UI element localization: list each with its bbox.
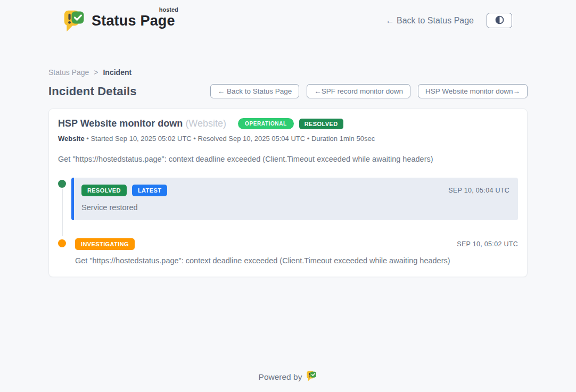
incident-meta: Website • Started Sep 10, 2025 05:02 UTC… (58, 135, 518, 143)
powered-by-label: Powered by (259, 372, 302, 382)
brand-hosted-label: hosted (159, 6, 178, 13)
incident-meta-details: • Started Sep 10, 2025 05:02 UTC • Resol… (85, 135, 375, 143)
incident-timeline: RESOLVED LATEST SEP 10, 05:04 UTC Servic… (58, 178, 518, 265)
half-circle-icon (495, 15, 504, 26)
timeline-timestamp: SEP 10, 05:02 UTC (457, 240, 518, 248)
theme-toggle-button[interactable] (487, 13, 512, 28)
resolved-status-badge: RESOLVED (299, 119, 343, 129)
timeline-entry-resolved: RESOLVED LATEST SEP 10, 05:04 UTC Servic… (58, 178, 518, 220)
statuspage-logo-icon (63, 9, 86, 33)
incident-title: HSP Website monitor down (Website) (58, 118, 226, 129)
page-title: Incident Details (48, 85, 137, 98)
breadcrumb-status-page[interactable]: Status Page (48, 68, 89, 77)
prev-incident-button[interactable]: ←SPF record monitor down (307, 84, 410, 98)
statuspage-footer-logo-icon[interactable] (306, 370, 317, 384)
incident-card: HSP Website monitor down (Website) OPERA… (48, 109, 528, 277)
brand-name: Status Page (92, 13, 175, 29)
main-content: Status Page > Incident Incident Details … (48, 33, 528, 277)
timeline-message: Service restored (81, 203, 509, 212)
next-incident-button[interactable]: HSP Website monitor down→ (418, 84, 528, 98)
back-to-status-page-button[interactable]: ← Back to Status Page (210, 84, 300, 98)
incident-description: Get "https://hostedstatus.page": context… (58, 155, 518, 163)
timeline-timestamp: SEP 10, 05:04 UTC (448, 187, 509, 194)
timeline-latest-badge: LATEST (132, 185, 167, 196)
footer: Powered by © 2025-10-08 14:10:34.772084 … (0, 370, 576, 392)
timeline-resolved-badge: RESOLVED (81, 185, 127, 196)
breadcrumb-separator: > (94, 68, 98, 77)
timeline-entry-investigating: INVESTIGATING SEP 10, 05:02 UTC Get "htt… (58, 237, 518, 265)
incident-component: (Website) (185, 118, 226, 129)
statuspage-logo[interactable]: Status Page hosted (63, 9, 175, 33)
back-to-status-page-link[interactable]: ← Back to Status Page (386, 16, 474, 26)
timeline-investigating-badge: INVESTIGATING (75, 238, 135, 250)
timeline-dot-green (58, 180, 66, 188)
timeline-dot-orange (58, 239, 66, 247)
breadcrumb: Status Page > Incident (48, 68, 528, 77)
timeline-message: Get "https://hostedstatus.page": context… (75, 256, 518, 265)
timeline-connector-line (62, 189, 63, 236)
timeline-entry-panel: RESOLVED LATEST SEP 10, 05:04 UTC Servic… (71, 178, 518, 220)
breadcrumb-incident: Incident (103, 68, 131, 77)
header: Status Page hosted ← Back to Status Page (0, 0, 576, 33)
incident-nav-buttons: ← Back to Status Page ←SPF record monito… (210, 84, 528, 98)
operational-status-badge: OPERATIONAL (238, 118, 294, 129)
incident-meta-component: Website (58, 135, 85, 143)
